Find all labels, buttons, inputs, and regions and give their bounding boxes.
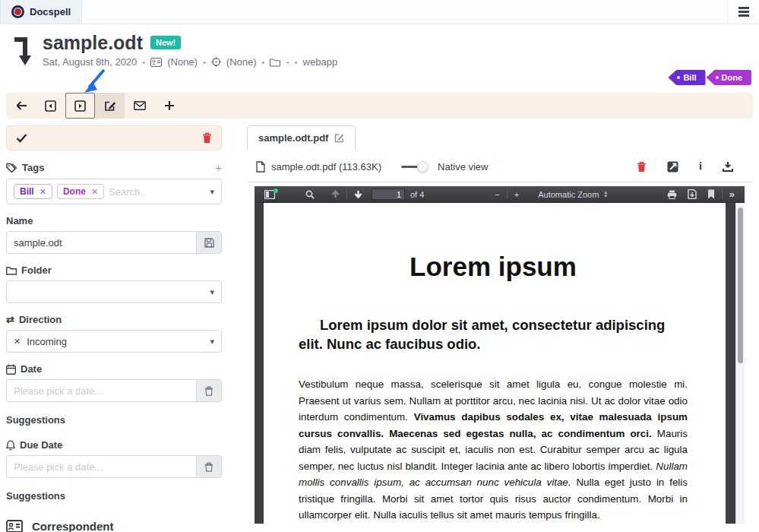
rename-attachment-icon[interactable] [334,133,344,143]
viewer-panel: sample.odt.pdf sample.odt.pdf (113.63K) … [247,125,753,524]
clear-date-button[interactable] [196,379,222,402]
folder-icon [270,58,280,67]
date-input-group [6,379,222,402]
next-item-button[interactable] [65,93,95,119]
bookmark-icon [707,189,715,199]
confirm-check-icon[interactable] [16,133,27,143]
name-input[interactable] [6,231,196,254]
date-suggestions-label: Suggestions [6,414,222,426]
date-input[interactable] [6,379,196,402]
pdf-doc-title: Lorem ipsum [299,252,688,282]
back-button[interactable] [6,93,36,119]
chevron-down-icon[interactable]: ▾ [210,337,214,347]
folder-meta: - [286,56,289,68]
clear-due-date-button[interactable] [196,455,222,478]
direction-field-label: ⇄ Direction [6,314,222,325]
save-icon [204,238,214,248]
edit-menu-button[interactable] [95,93,125,119]
clear-direction-icon[interactable]: ✕ [14,337,21,347]
pdf-scrollbar[interactable] [735,203,745,524]
docspell-logo-icon [11,5,24,18]
delete-attachment-button[interactable] [637,161,647,173]
open-file-button[interactable] [667,161,678,173]
address-card-icon [6,520,23,532]
pdf-toolbar: of 4 − + Automatic Zoom ▲▼ [255,186,745,203]
square-caret-left-icon [45,100,56,112]
download-file-button[interactable] [723,161,733,172]
tags-multiselect[interactable]: Bill✕ Done✕ Search.. ▾ [6,179,222,204]
pdf-page-count: of 4 [410,190,424,199]
attachment-info-row: sample.odt.pdf (113.63K) Native view i [247,150,753,182]
tags-search-placeholder: Search.. [109,186,145,198]
pdf-zoom-select[interactable]: Automatic Zoom ▲▼ [532,188,614,201]
document-title: sample.odt [43,32,143,53]
top-navbar: Docspell [0,0,759,24]
pdf-prev-page-button[interactable] [326,186,345,202]
tag-chip-bill[interactable]: Bill✕ [14,184,52,199]
chevron-down-icon[interactable]: ▾ [210,187,214,197]
exchange-icon: ⇄ [6,314,14,325]
pdf-download-button[interactable] [682,189,702,199]
attachment-tabs: sample.odt.pdf [247,125,753,150]
tags-field-label: Tags + [6,161,222,174]
tag-ribbon-done[interactable]: Done [707,70,752,85]
plus-icon [164,100,175,111]
pdf-zoom-out-button[interactable]: − [489,190,504,199]
due-date-input-group [6,455,222,478]
metadata-panel-header [6,125,222,150]
file-icon [256,161,265,173]
envelope-icon [134,101,146,110]
select-arrows-icon: ▲▼ [603,191,608,198]
chevron-down-icon[interactable]: ▾ [210,287,214,297]
delete-item-icon[interactable] [202,132,212,144]
pen-square-icon [104,100,116,112]
tag-chip-done[interactable]: Done✕ [57,184,104,199]
arrow-left-icon [15,100,27,111]
pdf-bookmark-button[interactable] [702,189,720,199]
crosshair-icon [211,57,221,67]
external-link-icon [667,161,678,173]
pdf-page-area: Lorem ipsum Lorem ipsum dolor sit amet, … [255,203,745,524]
reset-name-button[interactable] [196,231,222,254]
add-tag-icon[interactable]: + [215,161,222,174]
due-date-input[interactable] [6,455,196,478]
pdf-doc-subtitle: Lorem ipsum dolor sit amet, consectetur … [299,315,688,353]
header-tags: Bill Done [667,70,751,85]
remove-tag-icon[interactable]: ✕ [40,187,46,197]
date-field-label: Date [6,363,222,375]
file-info-button[interactable]: i [699,160,702,173]
send-mail-button[interactable] [125,93,154,119]
trash-icon [204,386,213,396]
address-card-icon [150,58,162,67]
pdf-next-page-button[interactable] [349,186,368,202]
search-icon [305,190,315,199]
tag-ribbon-bill[interactable]: Bill [668,70,705,85]
square-caret-right-icon [74,100,86,112]
remove-tag-icon[interactable]: ✕ [91,187,98,197]
pdf-page-number-box [372,188,405,200]
native-view-toggle[interactable] [401,161,429,172]
folder-select[interactable]: ▾ [6,280,222,303]
level-down-icon [12,35,32,67]
arrow-down-icon [354,190,362,198]
sidebar-notify-dot [274,188,278,193]
pdf-more-tools-button[interactable]: » [724,188,740,200]
print-icon [667,190,677,199]
pdf-doc-paragraph-1: Vestibulum neque massa, scelerisque sit … [299,376,688,524]
new-badge: New! [150,36,181,49]
prev-item-button[interactable] [36,93,65,119]
pdf-page-input[interactable] [372,189,404,199]
folder-icon [6,266,17,275]
hamburger-menu-icon[interactable] [727,0,759,24]
brand[interactable]: Docspell [0,0,82,24]
source-meta: webapp [303,56,338,68]
pdf-sidebar-toggle-button[interactable] [259,186,280,202]
pdf-print-button[interactable] [662,190,682,199]
attachment-tab[interactable]: sample.odt.pdf [247,125,356,150]
add-button[interactable] [154,93,184,119]
pdf-scrollbar-thumb[interactable] [738,207,743,363]
pdf-zoom-in-button[interactable]: + [509,190,524,199]
direction-select[interactable]: ✕ Incoming ▾ [6,330,222,353]
pdf-search-button[interactable] [300,186,320,202]
folder-field-label: Folder [6,264,222,276]
